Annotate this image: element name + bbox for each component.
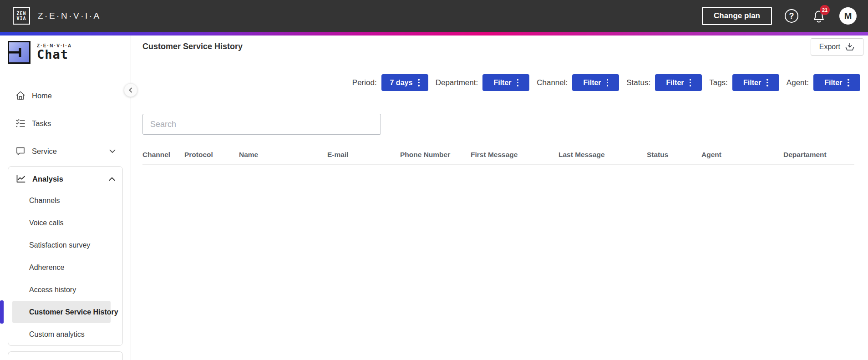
page-title: Customer Service History: [142, 42, 243, 51]
sidebar-collapse-button[interactable]: [124, 83, 137, 97]
filter-value: Filter: [583, 79, 601, 87]
brand-gradient-bar: [0, 32, 868, 35]
chevron-down-icon: [109, 149, 116, 153]
sidebar-subitem-label: Adherence: [29, 264, 64, 272]
active-item-indicator: [0, 300, 4, 324]
column-header-departament: Departament: [783, 151, 854, 159]
page-header: Customer Service History Export: [131, 35, 868, 58]
column-header-protocol: Protocol: [184, 151, 239, 159]
column-header-status: Status: [647, 151, 701, 159]
channel-filter-button[interactable]: Filter: [572, 74, 619, 91]
help-glyph: ?: [789, 11, 794, 21]
filter-group-department: Department: Filter: [436, 74, 530, 91]
kebab-menu-icon: [848, 79, 849, 86]
column-header-channel: Channel: [142, 151, 184, 159]
chat-bubble-icon: [15, 146, 26, 157]
zenvia-maze-logo-icon: ZEN VIA: [13, 7, 30, 25]
sidebar-subitem-label: Voice calls: [29, 219, 64, 227]
column-header-first-message: First Message: [471, 151, 558, 159]
line-chart-icon: [15, 173, 26, 184]
help-icon[interactable]: ?: [785, 9, 798, 23]
notification-count-badge: 21: [820, 5, 830, 15]
sidebar-subitem-label: Custom analytics: [29, 330, 85, 339]
chat-logo-icon: [8, 41, 30, 64]
agent-filter-button[interactable]: Filter: [813, 74, 860, 91]
kebab-menu-icon: [517, 79, 519, 86]
chat-logo-product-text: Chat: [37, 47, 72, 61]
sidebar-subitem-label: Access history: [29, 286, 76, 294]
kebab-menu-icon: [766, 79, 768, 86]
kebab-menu-icon: [607, 79, 609, 86]
filter-label: Department:: [436, 78, 478, 87]
main-content: Customer Service History Export Period: …: [131, 35, 868, 360]
filter-value: Filter: [666, 79, 684, 87]
sidebar-item-label: Home: [32, 91, 52, 100]
filter-value: Filter: [824, 79, 842, 87]
column-header-agent: Agent: [701, 151, 783, 159]
chevron-left-icon: [128, 87, 133, 93]
zenvia-chat-logo: Z·E·N·V·I·A Chat: [0, 35, 131, 66]
department-filter-button[interactable]: Filter: [482, 74, 529, 91]
sidebar-nav: Home Tasks Service: [0, 86, 131, 360]
top-app-bar: ZEN VIA Z·E·N·V·I·A Change plan ? 21 M: [0, 0, 868, 32]
filter-label: Channel:: [537, 78, 568, 87]
filter-group-status: Status: Filter: [626, 74, 702, 91]
sidebar-item-label: Analysis: [32, 175, 63, 183]
filter-value: 7 days: [390, 79, 413, 87]
sidebar-item-label: Tasks: [32, 119, 51, 128]
sidebar-item-tasks[interactable]: Tasks: [0, 113, 131, 133]
results-table-header: Channel Protocol Name E-mail Phone Numbe…: [142, 151, 854, 165]
download-icon: [845, 42, 855, 51]
analysis-section-card: Analysis Channels Voice calls Satisfacti…: [8, 166, 123, 346]
notifications-bell-icon[interactable]: 21: [811, 8, 827, 24]
logo-glyph-top: ZEN: [16, 11, 26, 16]
sidebar-subitem-custom-analytics[interactable]: Custom analytics: [8, 323, 122, 345]
user-avatar[interactable]: M: [839, 7, 857, 25]
column-header-name: Name: [239, 151, 327, 159]
filter-group-period: Period: 7 days: [352, 74, 428, 91]
filter-label: Agent:: [787, 78, 809, 87]
sidebar-subitem-adherence[interactable]: Adherence: [8, 256, 122, 279]
filter-value: Filter: [743, 79, 761, 87]
period-filter-button[interactable]: 7 days: [381, 74, 428, 91]
status-filter-button[interactable]: Filter: [655, 74, 702, 91]
sidebar-item-service[interactable]: Service: [0, 141, 131, 161]
sidebar-subitem-channels[interactable]: Channels: [8, 189, 122, 212]
filter-group-tags: Tags: Filter: [709, 74, 779, 91]
kebab-menu-icon: [690, 79, 691, 86]
filter-label: Period:: [352, 78, 377, 87]
filter-bar: Period: 7 days Department: Filter Channe…: [131, 74, 868, 91]
sidebar-subitem-satisfaction-survey[interactable]: Satisfaction survey: [8, 234, 122, 256]
home-icon: [15, 90, 26, 101]
filter-group-agent: Agent: Filter: [787, 74, 860, 91]
sidebar-subitem-access-history[interactable]: Access history: [8, 279, 122, 301]
sidebar-subitem-voice-calls[interactable]: Voice calls: [8, 212, 122, 234]
next-section-card-stub: [8, 351, 123, 360]
sidebar-subitem-label: Channels: [29, 197, 60, 205]
column-header-last-message: Last Message: [558, 151, 647, 159]
filter-label: Tags:: [709, 78, 728, 87]
brand-wordmark: Z·E·N·V·I·A: [38, 11, 101, 21]
filter-value: Filter: [493, 79, 511, 87]
sidebar-item-home[interactable]: Home: [0, 86, 131, 106]
export-button[interactable]: Export: [811, 38, 863, 56]
change-plan-button[interactable]: Change plan: [702, 7, 772, 25]
sidebar-subitem-label: Customer Service History: [29, 308, 118, 316]
filter-group-channel: Channel: Filter: [537, 74, 619, 91]
search-input[interactable]: [142, 114, 381, 135]
chevron-up-icon: [109, 177, 115, 181]
sidebar-subitem-label: Satisfaction survey: [29, 241, 90, 249]
sidebar-item-label: Service: [32, 147, 57, 156]
tasks-icon: [15, 118, 26, 129]
column-header-email: E-mail: [327, 151, 400, 159]
export-button-label: Export: [819, 43, 840, 51]
column-header-phone-number: Phone Number: [400, 151, 471, 159]
logo-glyph-bottom: VIA: [16, 16, 26, 21]
sidebar: Z·E·N·V·I·A Chat Home: [0, 35, 131, 360]
tags-filter-button[interactable]: Filter: [732, 74, 779, 91]
kebab-menu-icon: [418, 79, 420, 86]
sidebar-item-analysis[interactable]: Analysis: [8, 168, 122, 189]
sidebar-subitem-customer-service-history[interactable]: Customer Service History: [8, 301, 122, 323]
filter-label: Status:: [626, 78, 650, 87]
